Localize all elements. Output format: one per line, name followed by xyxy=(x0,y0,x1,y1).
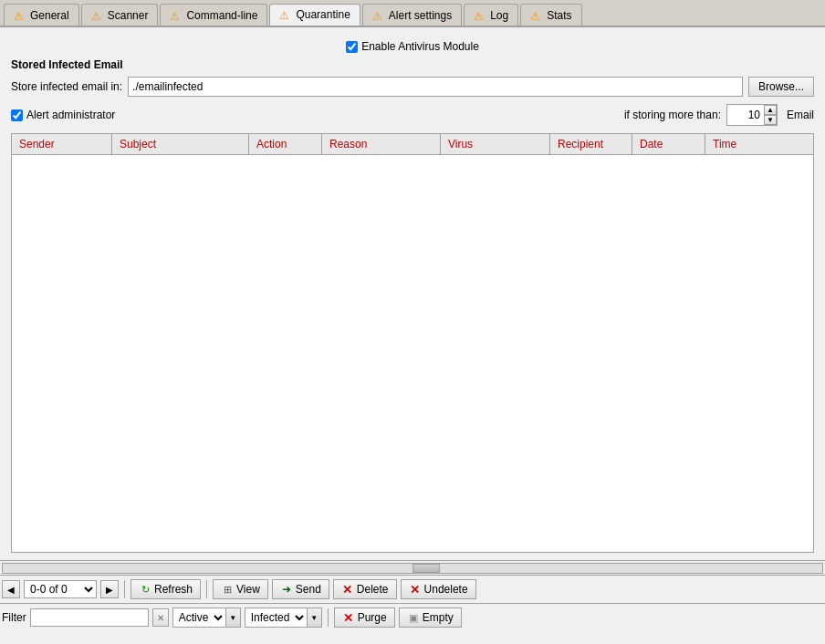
spin-down-button[interactable]: ▼ xyxy=(764,115,777,125)
empty-button[interactable]: ▣ Empty xyxy=(399,608,462,628)
purge-icon: ✕ xyxy=(342,611,355,624)
refresh-icon: ↻ xyxy=(139,583,151,596)
warn-icon-general xyxy=(14,10,26,21)
separator-filter xyxy=(328,608,329,627)
table-body xyxy=(12,155,813,552)
th-virus: Virus xyxy=(441,134,550,154)
alert-checkbox[interactable] xyxy=(11,109,23,121)
number-input-wrap: ▲ ▼ xyxy=(726,104,778,126)
table-header: Sender Subject Action Reason Virus Recip… xyxy=(12,134,813,155)
table-wrap: Sender Subject Action Reason Virus Recip… xyxy=(11,133,814,553)
view-button[interactable]: ⊞ View xyxy=(213,579,268,599)
tab-stats[interactable]: Stats xyxy=(520,4,581,26)
infected-dropdown-arrow[interactable]: ▼ xyxy=(307,608,321,627)
warn-icon-log xyxy=(474,10,486,21)
warn-icon-commandline xyxy=(170,10,183,21)
undelete-label: Undelete xyxy=(424,583,468,596)
email-label: Email xyxy=(787,109,814,121)
hscroll-track[interactable] xyxy=(2,563,823,574)
separator-2 xyxy=(206,580,207,598)
active-dropdown-wrap: Active ▼ xyxy=(172,608,241,628)
main-content: Enable Antivirus Module Stored Infected … xyxy=(0,27,825,560)
view-icon: ⊞ xyxy=(221,583,234,596)
enable-label[interactable]: Enable Antivirus Module xyxy=(11,40,814,53)
infected-dropdown-wrap: Infected ▼ xyxy=(245,608,322,628)
undelete-icon: ✕ xyxy=(409,583,422,596)
filter-label: Filter xyxy=(2,611,26,624)
refresh-button[interactable]: ↻ Refresh xyxy=(131,579,201,599)
tab-general-label: General xyxy=(30,9,69,22)
delete-button[interactable]: ✕ Delete xyxy=(333,579,397,599)
warn-icon-scanner xyxy=(91,10,104,21)
enable-text: Enable Antivirus Module xyxy=(361,40,479,53)
send-button[interactable]: ➜ Send xyxy=(272,579,329,599)
tab-commandline-label: Command-line xyxy=(186,9,257,22)
storing-label: if storing more than: xyxy=(624,109,721,121)
th-date: Date xyxy=(632,134,705,154)
section-title: Stored Infected Email xyxy=(11,58,814,71)
store-label: Store infected email in: xyxy=(11,80,122,93)
tab-stats-label: Stats xyxy=(547,9,571,22)
th-subject: Subject xyxy=(112,134,249,154)
spin-up-button[interactable]: ▲ xyxy=(764,105,777,115)
tab-scanner[interactable]: Scanner xyxy=(81,4,159,26)
alert-checkbox-label: Alert administrator xyxy=(26,109,115,121)
spinner-btns: ▲ ▼ xyxy=(764,105,777,125)
nav-first-button[interactable]: ◀ xyxy=(2,580,20,598)
infected-select[interactable]: Infected xyxy=(245,608,307,627)
send-label: Send xyxy=(296,583,321,596)
tab-commandline[interactable]: Command-line xyxy=(160,4,267,26)
enable-checkbox[interactable] xyxy=(346,41,358,53)
tab-scanner-label: Scanner xyxy=(108,9,149,22)
filter-input[interactable] xyxy=(30,608,149,627)
tab-alertsettings-label: Alert settings xyxy=(389,9,452,22)
active-select[interactable]: Active xyxy=(173,608,225,627)
th-time: Time xyxy=(705,134,813,154)
filter-row: Filter ✕ Active ▼ Infected ▼ ✕ Purge ▣ E… xyxy=(0,603,825,631)
number-input[interactable] xyxy=(727,105,764,125)
th-action: Action xyxy=(249,134,322,154)
active-dropdown-arrow[interactable]: ▼ xyxy=(225,608,240,627)
clear-filter-button[interactable]: ✕ xyxy=(152,608,169,627)
delete-label: Delete xyxy=(357,583,389,596)
store-row: Store infected email in: Browse... xyxy=(11,77,814,97)
warn-icon-quarantine xyxy=(279,9,292,20)
tab-bar: General Scanner Command-line Quarantine … xyxy=(0,0,825,27)
th-reason: Reason xyxy=(322,134,441,154)
th-sender: Sender xyxy=(12,134,112,154)
empty-label: Empty xyxy=(423,611,454,624)
browse-button[interactable]: Browse... xyxy=(748,77,814,97)
tab-log-label: Log xyxy=(490,9,508,22)
tab-quarantine[interactable]: Quarantine xyxy=(269,4,360,26)
hscroll-bar[interactable] xyxy=(0,560,825,575)
enable-row: Enable Antivirus Module xyxy=(11,35,814,58)
th-recipient: Recipient xyxy=(550,134,632,154)
warn-icon-stats xyxy=(530,10,543,21)
purge-label: Purge xyxy=(358,611,387,624)
delete-icon: ✕ xyxy=(341,583,354,596)
refresh-label: Refresh xyxy=(154,583,193,596)
store-input[interactable] xyxy=(128,77,743,97)
purge-button[interactable]: ✕ Purge xyxy=(334,608,395,628)
empty-icon: ▣ xyxy=(407,611,420,624)
alert-row: Alert administrator if storing more than… xyxy=(11,104,814,126)
warn-icon-alertsettings xyxy=(372,10,385,21)
view-label: View xyxy=(236,583,260,596)
bottom-toolbar: ◀ 0-0 of 0 ▶ ↻ Refresh ⊞ View ➜ Send ✕ D… xyxy=(0,575,825,603)
page-select[interactable]: 0-0 of 0 xyxy=(24,580,97,598)
hscroll-thumb[interactable] xyxy=(412,564,440,573)
separator-1 xyxy=(124,580,125,598)
tab-log[interactable]: Log xyxy=(464,4,518,26)
nav-last-button[interactable]: ▶ xyxy=(100,580,119,598)
undelete-button[interactable]: ✕ Undelete xyxy=(401,579,476,599)
tab-general[interactable]: General xyxy=(4,4,79,26)
send-icon: ➜ xyxy=(280,583,293,596)
tab-alertsettings[interactable]: Alert settings xyxy=(362,4,462,26)
tab-quarantine-label: Quarantine xyxy=(296,8,350,21)
alert-checkbox-cell: Alert administrator xyxy=(11,109,115,121)
